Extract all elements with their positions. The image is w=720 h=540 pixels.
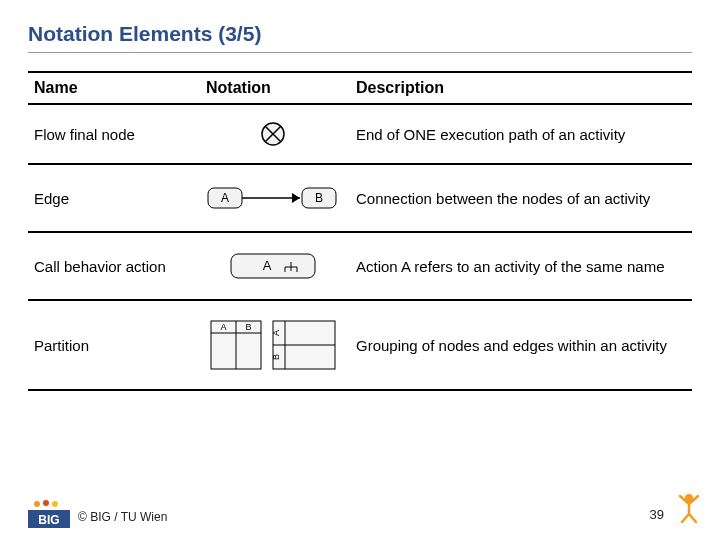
corner-person-icon	[672, 490, 706, 524]
svg-text:A: A	[221, 191, 229, 205]
svg-text:A: A	[263, 258, 272, 273]
edge-icon: A B	[206, 181, 340, 215]
svg-text:BIG: BIG	[38, 513, 59, 527]
col-description-header: Description	[350, 72, 692, 104]
svg-text:B: B	[271, 354, 281, 360]
row-name: Partition	[28, 300, 200, 390]
svg-point-29	[52, 501, 58, 507]
page-title: Notation Elements (3/5)	[28, 22, 692, 53]
flow-final-node-icon	[260, 121, 286, 147]
call-behavior-action-icon: A	[225, 249, 321, 283]
row-description: Grouping of nodes and edges within an ac…	[350, 300, 692, 390]
partition-icon: A B A B	[207, 317, 339, 373]
row-name: Flow final node	[28, 104, 200, 164]
svg-point-28	[43, 500, 49, 506]
table-row: Flow final node End of ONE execution pat…	[28, 104, 692, 164]
table-row: Edge A B Connection between the nodes of…	[28, 164, 692, 232]
row-name: Call behavior action	[28, 232, 200, 300]
svg-point-27	[34, 501, 40, 507]
page-number: 39	[650, 507, 664, 522]
col-name-header: Name	[28, 72, 200, 104]
svg-text:B: B	[315, 191, 323, 205]
svg-text:A: A	[271, 330, 281, 336]
row-description: Connection between the nodes of an activ…	[350, 164, 692, 232]
copyright-text: © BIG / TU Wien	[78, 510, 167, 528]
svg-marker-6	[292, 193, 300, 203]
svg-rect-9	[231, 254, 315, 278]
big-logo-icon: BIG	[28, 498, 70, 528]
col-notation-header: Notation	[200, 72, 350, 104]
table-row: Call behavior action A Action A refers t…	[28, 232, 692, 300]
row-name: Edge	[28, 164, 200, 232]
svg-text:A: A	[220, 322, 226, 332]
row-description: Action A refers to an activity of the sa…	[350, 232, 692, 300]
notation-table: Name Notation Description Flow final nod…	[28, 71, 692, 391]
svg-text:B: B	[245, 322, 251, 332]
row-description: End of ONE execution path of an activity	[350, 104, 692, 164]
table-row: Partition A B A B	[28, 300, 692, 390]
